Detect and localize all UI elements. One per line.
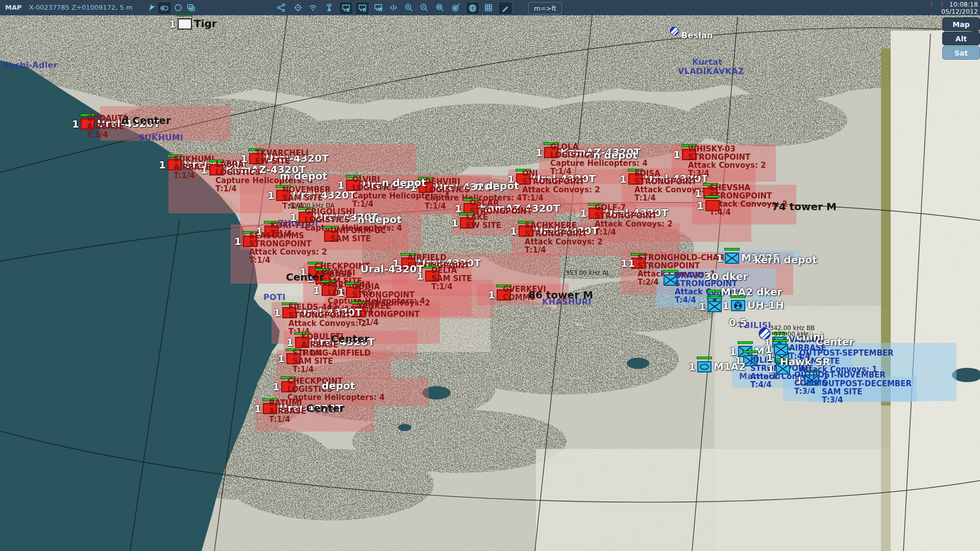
health-bar (743, 350, 758, 353)
unit-type-label: Tigr (194, 17, 217, 30)
beacon-tower-icon[interactable] (323, 2, 336, 14)
dcs-f10-map-screen: { "topbar": { "map_label": "MAP", "coord… (0, 0, 980, 551)
site-label: SACHKHERESTRONGPOINTAttack Convoys: 2T:1… (525, 221, 698, 254)
svg-text:A: A (347, 8, 350, 13)
map-overlay-label: Center (286, 271, 324, 283)
grid-icon[interactable] (482, 2, 495, 14)
health-bar (738, 341, 753, 344)
unit-count: 11 (621, 257, 630, 269)
map-overlay-label: 74 tower M (772, 201, 837, 213)
city-label: Kurtat (692, 57, 722, 67)
unit-count: 1 (335, 179, 345, 191)
crosshair-icon[interactable] (291, 2, 305, 14)
beacon-frequency-label: 973.00 kHz (774, 331, 808, 338)
label-a-icon[interactable]: A (339, 2, 353, 15)
unit-count: 1 (618, 173, 627, 185)
unit-count: 1 (693, 187, 702, 199)
armor-symbol-icon (697, 361, 712, 372)
map-overlay-label: 30 dker (704, 270, 748, 283)
unit-count: 1 (720, 299, 729, 312)
mission-time: 10:08:18 (949, 1, 978, 8)
unit-count: 1 (449, 217, 458, 229)
clock-pause-indicator: ( ) (930, 1, 946, 8)
svg-text:G: G (363, 8, 366, 13)
unit-symbol-square[interactable] (178, 18, 192, 30)
zoom-box-icon[interactable] (433, 2, 447, 14)
globe-icon[interactable] (465, 2, 480, 15)
city-label: Sochi-Adler (3, 60, 58, 70)
city-label: VLADIKAVKAZ (678, 66, 744, 76)
mission-clock: ( )10:08:18 05/12/2012 (930, 1, 978, 15)
map-overlay-label: m depot (280, 170, 327, 182)
units-toggle-button[interactable]: m=>ft (528, 2, 562, 14)
circle-icon[interactable] (172, 2, 185, 14)
unit-type-label: UH-1H (747, 299, 784, 311)
wifi-icon[interactable] (306, 2, 320, 14)
site-label: STRONG-AIRFIELDSAM SITET:1/4 (292, 349, 466, 373)
map-overlay-label: d Center (121, 114, 171, 127)
beacon-frequency-label: 626.00 kHz DA (289, 202, 334, 209)
unit-count: 1 (265, 189, 275, 202)
site-label: FIELDS-443STRONGPOINTAttack Convoys: 2T:… (288, 303, 462, 336)
coalition-shield-icon (670, 27, 679, 38)
unit-count: 1 (199, 164, 208, 176)
view-button-sat[interactable]: Sat (942, 46, 980, 60)
unit-count: 1 (271, 381, 280, 393)
health-bar (705, 195, 720, 198)
coalition-shield-icon (758, 328, 771, 342)
share-nodes-icon[interactable] (275, 2, 288, 14)
health-bar (707, 290, 722, 292)
view-button-alt[interactable]: Alt (942, 32, 980, 45)
unit-count: 1 (167, 18, 176, 30)
city-label: POTI (263, 292, 285, 302)
health-bar (707, 296, 722, 299)
site-label: TKVARCHELIEW SITE (255, 149, 429, 165)
label-g-icon[interactable]: G (355, 2, 370, 15)
top-toolbar: MAP X-00237785 Z+01009172, 5 m AGW m=>ft… (0, 0, 980, 15)
unit-count: 1 (157, 159, 166, 171)
zoom-out-icon[interactable] (418, 2, 431, 14)
map-overlay-label: Hawk SR (780, 356, 830, 368)
view-button-map[interactable]: Map (942, 17, 980, 31)
svg-text:A: A (737, 301, 740, 305)
zoom-in-icon[interactable] (402, 2, 415, 14)
health-bar (724, 248, 740, 251)
beacon-frequency-label: 353.00 kHz AL (566, 269, 610, 277)
health-bar (697, 357, 712, 359)
unit-count: 1 (232, 235, 241, 247)
map-overlay-label: n depot (593, 149, 638, 161)
site-label: CHECKPOINTLOGISTICSCapture Helicopters: … (287, 377, 461, 402)
cursor-coordinates: X-00237785 Z+01009172, 5 m (29, 4, 133, 11)
unit-count: 1 (578, 207, 587, 219)
unit-count: 1 (508, 225, 517, 237)
unit-count: 1 (687, 361, 696, 373)
map-overlay-label: n depot (357, 213, 402, 226)
map-overlay-label: depot (322, 380, 355, 392)
unit-count: 1 (238, 153, 248, 165)
inf-symbol-icon (707, 301, 722, 312)
site-label: WHISKY-03STRONGPOINTAttack Convoys: 2T:3… (688, 145, 862, 178)
bullseye-icon[interactable] (449, 2, 462, 14)
map-overlay-label: kern depot (754, 254, 817, 266)
health-bar (773, 339, 789, 342)
unit-count: 1 (486, 289, 495, 301)
split-arrows-icon[interactable] (387, 2, 400, 14)
pencil-icon[interactable] (498, 2, 512, 15)
unit-count: 1 (714, 252, 723, 264)
heli-symbol-icon: A (731, 300, 745, 311)
unit-count: 1 (335, 286, 345, 298)
unit-pill-icon[interactable] (157, 2, 172, 15)
unit-count: 1 (697, 300, 706, 313)
unit-count: 1 (533, 146, 543, 159)
map-overlay-label: 0.5 (729, 316, 747, 329)
label-w-icon[interactable]: W (372, 2, 385, 14)
unit-count: 1 (276, 353, 285, 365)
site-label: GUDAUTAAIRBASET:1/4 (87, 114, 260, 139)
layers-icon[interactable] (184, 2, 198, 14)
inf-symbol-icon (774, 344, 788, 355)
city-label: Beslan (681, 31, 713, 40)
map-overlay-label: M1A2 dker (721, 286, 782, 298)
unit-count: 1 (671, 148, 680, 161)
inf-symbol-icon (725, 253, 739, 264)
map-overlay-label: Center (306, 402, 345, 414)
